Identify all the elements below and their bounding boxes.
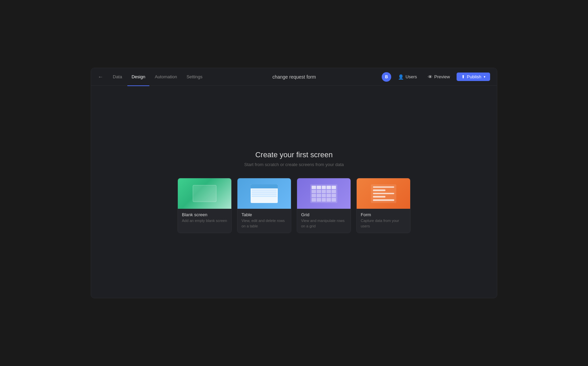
main-content: Create your first screen Start from scra…	[91, 86, 497, 298]
grid-cell	[327, 186, 331, 189]
table-row-line	[252, 194, 277, 195]
table-header-row	[251, 184, 278, 188]
grid-cell	[332, 186, 336, 189]
eye-icon: 👁	[428, 74, 433, 80]
blank-screen-desc: Add an empty blank screen	[182, 218, 227, 223]
blank-screen-card[interactable]: Blank screen Add an empty blank screen	[177, 178, 232, 233]
publish-icon: ⬆	[461, 74, 465, 79]
nav-tabs: Data Design Automation Settings	[109, 72, 207, 81]
table-screen-info: Table View, edit and delete rows on a ta…	[237, 209, 291, 233]
table-row-line	[252, 189, 277, 191]
grid-cell	[327, 198, 331, 201]
grid-cell	[327, 194, 331, 197]
blank-screen-preview	[178, 178, 231, 209]
form-screen-card[interactable]: Form Capture data from your users	[356, 178, 411, 233]
table-screen-card[interactable]: Table View, edit and delete rows on a ta…	[237, 178, 291, 233]
tab-data[interactable]: Data	[109, 72, 126, 81]
grid-cell	[332, 194, 336, 197]
form-screen-desc: Capture data from your users	[361, 218, 406, 229]
back-icon: ←	[98, 74, 103, 80]
grid-cell	[327, 190, 331, 193]
users-button[interactable]: 👤 Users	[394, 73, 421, 81]
form-line	[373, 193, 394, 195]
publish-button[interactable]: ⬆ Publish ▾	[457, 73, 490, 81]
grid-screen-info: Grid View and manipulate rows on a grid	[297, 209, 351, 233]
grid-cell	[312, 190, 316, 193]
form-line	[373, 196, 386, 198]
form-line	[373, 186, 394, 188]
table-row-line	[252, 196, 277, 197]
grid-cell	[317, 198, 321, 201]
table-screen-name: Table	[241, 212, 287, 217]
create-subtitle: Start from scratch or create screens fro…	[244, 162, 344, 167]
grid-cell	[322, 198, 326, 201]
grid-cell	[322, 190, 326, 193]
grid-cell	[322, 186, 326, 189]
grid-cell	[317, 186, 321, 189]
tab-automation[interactable]: Automation	[151, 72, 181, 81]
tab-settings[interactable]: Settings	[183, 72, 207, 81]
avatar[interactable]: B	[382, 72, 391, 82]
tab-design[interactable]: Design	[127, 72, 149, 81]
grid-screen-preview	[297, 178, 351, 209]
grid-cell	[312, 194, 316, 197]
app-window: ← Data Design Automation Settings change…	[91, 68, 497, 298]
form-screen-preview	[357, 178, 410, 209]
nav-right-actions: B 👤 Users 👁 Preview ⬆ Publish ▾	[382, 72, 490, 82]
form-screen-name: Form	[361, 212, 406, 217]
grid-cell	[317, 190, 321, 193]
preview-button[interactable]: 👁 Preview	[424, 73, 454, 81]
form-screen-info: Form Capture data from your users	[357, 209, 410, 233]
navbar: ← Data Design Automation Settings change…	[91, 68, 497, 86]
form-line	[373, 199, 394, 201]
create-title: Create your first screen	[255, 150, 333, 159]
back-button[interactable]: ←	[98, 74, 103, 80]
grid-cell	[332, 190, 336, 193]
table-row-line	[252, 191, 277, 193]
table-inner	[251, 184, 278, 203]
form-line	[373, 189, 386, 191]
grid-cell	[332, 198, 336, 201]
grid-cell	[317, 194, 321, 197]
screen-cards-row: Blank screen Add an empty blank screen	[177, 178, 411, 233]
form-inner	[371, 184, 396, 203]
grid-screen-name: Grid	[301, 212, 346, 217]
grid-screen-card[interactable]: Grid View and manipulate rows on a grid	[297, 178, 351, 233]
blank-screen-inner	[193, 185, 216, 202]
app-title: change request form	[207, 74, 382, 80]
table-rows	[251, 188, 278, 198]
blank-screen-name: Blank screen	[182, 212, 227, 217]
table-screen-desc: View, edit and delete rows on a table	[241, 218, 287, 229]
create-section: Create your first screen Start from scra…	[177, 150, 411, 233]
grid-screen-desc: View and manipulate rows on a grid	[301, 218, 346, 229]
users-icon: 👤	[398, 74, 404, 80]
blank-screen-info: Blank screen Add an empty blank screen	[178, 209, 231, 227]
grid-cell	[322, 194, 326, 197]
chevron-down-icon: ▾	[484, 75, 485, 79]
table-screen-preview	[237, 178, 291, 209]
grid-inner	[310, 184, 337, 203]
grid-cell	[312, 198, 316, 201]
grid-cell	[312, 186, 316, 189]
